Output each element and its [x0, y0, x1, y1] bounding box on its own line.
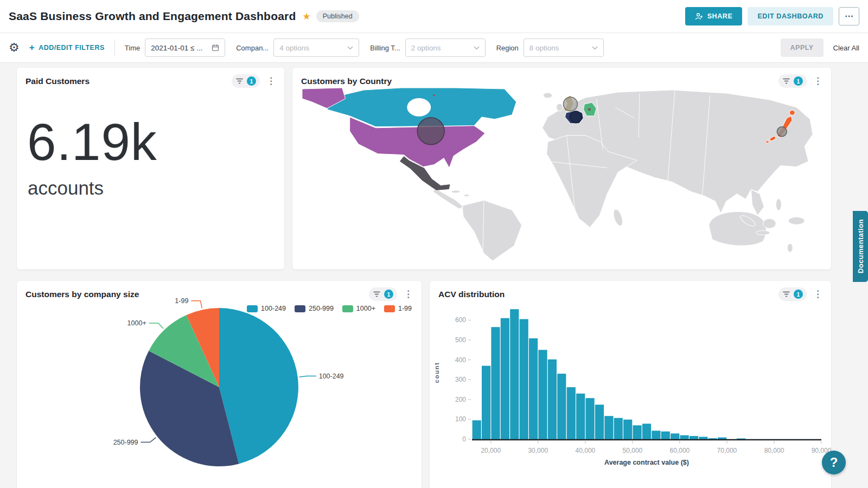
histogram-bar[interactable]: [690, 436, 698, 439]
kebab-menu-icon[interactable]: ⋮: [811, 75, 825, 87]
histogram-bar[interactable]: [501, 318, 509, 439]
map-dot-germany[interactable]: [588, 108, 591, 111]
widget-header: Paid Customers 1 ⋮: [17, 68, 284, 91]
kpi-value: 6.19k: [27, 115, 284, 170]
widget-paid-customers: Paid Customers 1 ⋮ 6.19k accounts: [17, 68, 284, 269]
x-axis-title: Average contract value ($): [604, 459, 689, 466]
documentation-tab[interactable]: Documentation: [853, 211, 868, 282]
filter-group-billing: Billing T... 2 options: [370, 38, 485, 57]
map-indochina: [751, 189, 764, 215]
x-tick-label: 20,000: [481, 447, 501, 454]
filter-bar-actions: APPLY Clear All: [781, 38, 859, 57]
histogram-bar[interactable]: [491, 327, 500, 439]
clear-all-button[interactable]: Clear All: [833, 44, 859, 52]
pie-slice-label: 250-999: [113, 439, 138, 446]
map-bubble-uk[interactable]: [563, 97, 577, 111]
histogram-bar[interactable]: [595, 404, 604, 439]
map-cuba: [451, 190, 460, 193]
histogram-bar[interactable]: [652, 431, 660, 439]
histogram-bar[interactable]: [586, 398, 595, 439]
x-tick-label: 80,000: [764, 447, 784, 454]
pie-label-line: [141, 438, 156, 442]
map-japan-shikoku[interactable]: [765, 141, 769, 143]
histogram-bar[interactable]: [520, 319, 528, 440]
region-filter-label: Region: [496, 44, 519, 52]
histogram-bar[interactable]: [538, 350, 547, 439]
map-dot-canada: [433, 94, 435, 96]
histogram-bar[interactable]: [718, 438, 726, 439]
funnel-filter-icon: [235, 78, 244, 85]
histogram-bar[interactable]: [671, 433, 679, 439]
histogram-bar[interactable]: [576, 394, 585, 439]
pie-label-line: [191, 301, 202, 309]
map-hispaniola: [464, 194, 469, 196]
x-tick-label: 60,000: [670, 447, 690, 454]
map-java: [756, 230, 770, 235]
widget-filter-chip[interactable]: 1: [232, 74, 260, 88]
share-person-icon: [695, 12, 703, 21]
kebab-menu-icon[interactable]: ⋮: [264, 75, 278, 87]
histogram-bar[interactable]: [633, 425, 642, 439]
company-filter-label: Compan...: [236, 44, 269, 52]
histogram-bar[interactable]: [642, 423, 651, 439]
histogram-bar[interactable]: [473, 420, 481, 439]
histogram-bar[interactable]: [699, 437, 707, 439]
time-filter-input[interactable]: 2021-01-01 ≤ ...: [145, 38, 225, 57]
x-tick-label: 30,000: [528, 447, 548, 454]
pie-slice-label: 1000+: [127, 319, 146, 327]
page-title: SaaS Business Growth and Engagement Dash…: [9, 10, 296, 23]
pie-label-line: [299, 376, 316, 377]
more-options-button[interactable]: ⋯: [839, 7, 859, 25]
company-filter-select[interactable]: 4 options: [273, 38, 359, 57]
map-bubble-france[interactable]: [570, 111, 582, 123]
edit-dashboard-button[interactable]: EDIT DASHBOARD: [748, 7, 833, 25]
chevron-down-icon: [347, 46, 353, 50]
filter-count-badge: 1: [794, 76, 803, 86]
share-button[interactable]: SHARE: [685, 7, 743, 25]
billing-filter-select[interactable]: 2 options: [405, 38, 486, 57]
y-tick-label: 0: [462, 435, 466, 443]
gear-icon[interactable]: ⚙: [9, 41, 20, 55]
map-bubble-japan[interactable]: [777, 127, 787, 137]
apply-button[interactable]: APPLY: [781, 38, 824, 57]
y-tick-label: 500: [455, 336, 466, 344]
share-button-label: SHARE: [707, 12, 733, 20]
region-filter-value: 8 options: [529, 44, 559, 52]
region-filter-select[interactable]: 8 options: [524, 38, 604, 57]
histogram-bar[interactable]: [510, 309, 519, 439]
favorite-star-icon[interactable]: ★: [302, 11, 310, 22]
time-filter-value: 2021-01-01 ≤ ...: [151, 44, 202, 52]
y-axis-title: count: [433, 362, 440, 383]
dashboard-app: SaaS Business Growth and Engagement Dash…: [0, 0, 868, 488]
histogram-bar[interactable]: [548, 359, 557, 439]
map-japan-hokkaido[interactable]: [789, 110, 795, 115]
time-filter-label: Time: [125, 44, 140, 52]
company-size-pie-chart[interactable]: 100-249250-9991000+1-99: [17, 296, 422, 488]
histogram-bar[interactable]: [709, 438, 717, 439]
map-madagascar: [612, 208, 624, 227]
company-filter-value: 4 options: [279, 44, 309, 52]
filter-group-time: Time 2021-01-01 ≤ ...: [125, 38, 225, 57]
help-button[interactable]: ?: [822, 451, 846, 474]
kpi-unit: accounts: [28, 177, 284, 199]
histogram-bar[interactable]: [604, 416, 613, 439]
widget-title: Paid Customers: [25, 76, 90, 86]
histogram-bar[interactable]: [614, 418, 623, 439]
histogram-bar[interactable]: [567, 387, 576, 439]
histogram-bar[interactable]: [623, 420, 632, 439]
histogram-bar[interactable]: [557, 374, 566, 439]
status-badge: Published: [316, 10, 359, 22]
map-iceland: [544, 93, 552, 98]
acv-histogram-chart[interactable]: 010020030040050060020,00030,00040,00050,…: [430, 297, 831, 488]
add-edit-filters-label: ADD/EDIT FILTERS: [39, 44, 105, 52]
histogram-bar[interactable]: [482, 366, 490, 439]
histogram-bar[interactable]: [680, 435, 689, 439]
histogram-bar[interactable]: [661, 432, 670, 439]
y-tick-label: 200: [455, 396, 466, 403]
histogram-bar[interactable]: [529, 338, 538, 439]
widget-title: Customers by Country: [301, 76, 392, 86]
world-map[interactable]: [293, 86, 831, 269]
map-bubble-usa[interactable]: [417, 118, 444, 145]
chevron-down-icon: [474, 46, 480, 50]
add-edit-filters-button[interactable]: + ADD/EDIT FILTERS: [29, 42, 105, 53]
